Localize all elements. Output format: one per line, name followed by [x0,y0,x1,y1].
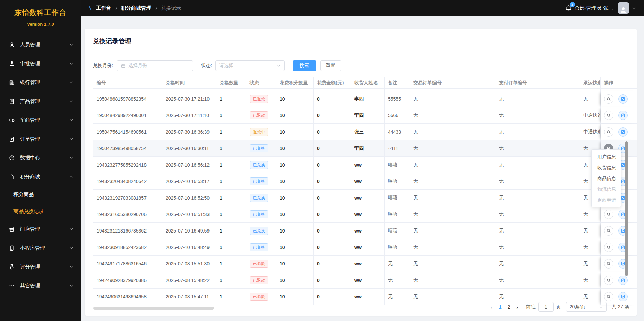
cell-receiver: 李四 [351,91,385,107]
cell-pay-order: 无 [495,239,580,256]
cell-receiver: ww [351,239,385,256]
sidebar-item-order[interactable]: 订单管理 [0,130,81,148]
edit-button[interactable] [618,94,628,104]
view-details-button[interactable] [604,226,613,236]
sidebar-item-label: 门店管理 [20,226,40,233]
rating-icon [9,263,15,270]
dropdown-menu-item[interactable]: 收货信息 [592,162,621,173]
status-badge: 已兑换 [250,194,268,202]
page-number-2[interactable]: 2 [505,304,513,310]
breadcrumb-item[interactable]: 积分商城管理 [121,5,151,11]
cell-amount: 0 [314,140,351,157]
cell-trade-order: 无 [410,272,495,289]
cell-points: 10 [276,239,314,256]
reset-button[interactable]: 重置 [320,60,341,71]
more-icon [9,282,15,289]
cell-exchange-time: 2025-07-08 15:48:22 [162,272,216,289]
cell-quantity: 1 [216,223,246,239]
view-details-button[interactable] [604,111,613,120]
chevron-down-icon [69,227,73,231]
vertical-scrollbar-thumb[interactable] [625,141,628,276]
view-details-button[interactable] [604,127,613,137]
sidebar-item-rating[interactable]: 评分管理 [0,257,81,276]
view-details-button[interactable] [604,259,613,269]
sidebar-item-more[interactable]: 其它管理 [0,276,81,295]
status-badge: 已退款 [250,260,268,268]
cell-quantity: 1 [216,157,246,173]
cell-points: 10 [276,124,314,140]
goto-page-input[interactable] [538,302,554,312]
cell-points: 10 [276,206,314,223]
edit-button[interactable] [618,127,628,137]
cell-quantity: 1 [216,206,246,223]
page-number-1[interactable]: 1 [496,304,505,310]
status-select[interactable]: 请选择 [215,60,285,71]
cell-points: 10 [276,91,314,107]
cell-actions [601,272,637,289]
sidebar-item-mall[interactable]: 积分商城 [0,167,81,186]
sidebar-subitem[interactable]: 积分商品 [0,186,81,203]
horizontal-scrollbar-thumb[interactable] [93,307,214,310]
cell-amount: 0 [314,124,351,140]
month-picker-input[interactable]: 选择月份 [117,60,193,71]
exchange-records-card: 兑换记录管理 兑换月份: 选择月份 状态: 请选择 搜索 重置 [85,29,637,316]
page-size-select[interactable]: 20条/页 [566,302,607,312]
cell-receiver: ww [351,173,385,190]
cell-actions [601,124,637,140]
user-name[interactable]: 总部-管理员 张三 [575,5,613,11]
cell-status: 退款中 [246,124,276,140]
edit-button[interactable] [618,292,628,301]
cell-pay-order: 无 [495,206,580,223]
sidebar-item-data[interactable]: 数据中心 [0,148,81,167]
chevron-down-icon [277,64,281,68]
view-details-button[interactable] [604,243,613,252]
cell-pay-order: 无 [495,223,580,239]
cell-points: 10 [276,157,314,173]
sidebar-item-miniapp[interactable]: 小程序管理 [0,239,81,257]
sidebar-subitem[interactable]: 商品兑换记录 [0,203,81,220]
sidebar-item-dealer[interactable]: 车商管理 [0,111,81,130]
edit-button[interactable] [618,111,628,120]
dropdown-menu-item[interactable]: 用户信息 [592,151,621,162]
cell-exchange-time: 2025-07-08 15:47:11 [162,289,216,305]
cell-remark: 嘻嘻 [385,239,410,256]
status-badge: 已兑换 [250,243,268,251]
sidebar-item-label: 小程序管理 [20,245,45,251]
cell-trade-order: 无 [410,256,495,272]
cell-quantity: 1 [216,107,246,124]
notification-bell-icon[interactable]: 2 [565,5,572,12]
chevron-down-icon [69,137,73,141]
cell-amount: 0 [314,239,351,256]
sidebar-item-product[interactable]: 产品管理 [0,92,81,111]
sidebar-item-store[interactable]: 门店管理 [0,220,81,239]
cell-status: 已退款 [246,256,276,272]
next-page-button[interactable]: › [513,304,521,310]
search-button[interactable]: 搜索 [293,60,316,71]
table-row: 1942490928379920386 2025-07-08 15:48:22 … [93,272,637,289]
avatar[interactable] [618,2,629,14]
cell-pay-order: 无 [495,140,580,157]
topbar: 工作台 积分商城管理 兑换记录 2 总部-管理员 张三 [81,0,644,16]
cell-status: 已退款 [246,289,276,305]
edit-button[interactable] [618,276,628,285]
cell-pay-order: 无 [495,272,580,289]
view-details-button[interactable] [604,94,613,104]
status-badge: 已退款 [250,276,268,284]
sidebar-item-bank[interactable]: 银行管理 [0,73,81,92]
view-details-button[interactable] [604,210,613,219]
user-menu-chevron-icon[interactable] [632,6,636,10]
prev-page-button[interactable]: ‹ [488,304,496,310]
view-details-button[interactable] [604,292,613,301]
cell-actions [601,107,637,124]
cell-quantity: 1 [216,272,246,289]
breadcrumb-item[interactable]: 工作台 [96,5,111,11]
cell-exchange-time: 2025-07-10 16:48:49 [162,239,216,256]
sidebar-item-approval[interactable]: 审批管理 [0,54,81,73]
cell-amount: 0 [314,272,351,289]
status-filter-label: 状态: [201,63,212,69]
sidebar-item-user[interactable]: 人员管理 [0,35,81,54]
cell-remark: 嘻嘻 [385,173,410,190]
cell-trade-order: 无 [410,157,495,173]
dropdown-menu-item[interactable]: 商品信息 [592,173,621,184]
view-details-button[interactable] [604,276,613,285]
